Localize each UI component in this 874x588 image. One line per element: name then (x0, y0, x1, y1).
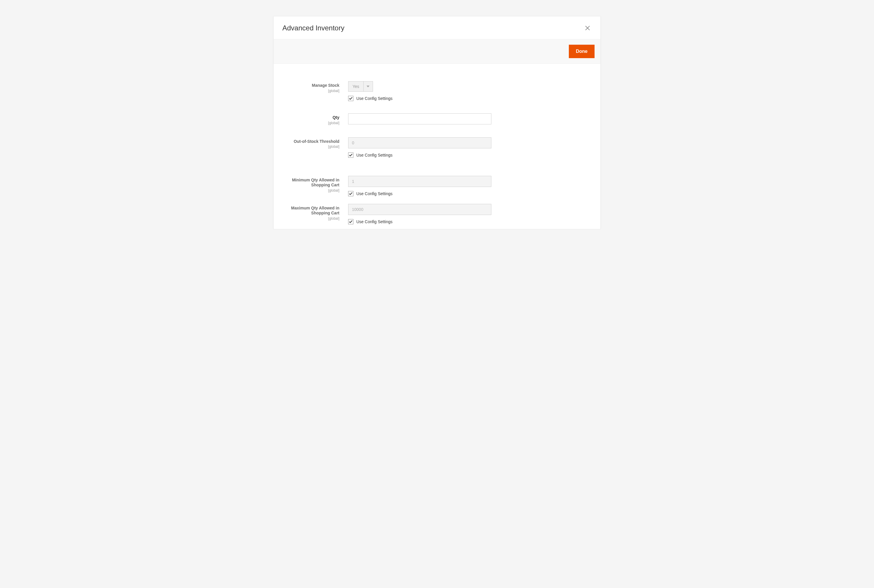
form-area: Manage Stock [global] Yes Use Con (274, 64, 600, 229)
check-icon (349, 192, 352, 195)
manage-stock-select[interactable]: Yes (348, 81, 373, 92)
max-qty-cart-input[interactable] (348, 204, 491, 215)
min-qty-cart-row: Minimum Qty Allowed in Shopping Cart [gl… (282, 176, 592, 196)
close-icon (585, 25, 590, 31)
advanced-inventory-modal: Advanced Inventory Done Manage Stock [gl… (273, 16, 601, 229)
manage-stock-use-config-checkbox[interactable] (348, 96, 354, 101)
scope-label: [global] (282, 121, 339, 125)
manage-stock-value: Yes (348, 81, 363, 92)
scope-label: [global] (282, 145, 339, 148)
qty-input[interactable] (348, 113, 491, 124)
out-of-stock-threshold-row: Out-of-Stock Threshold [global] Use Conf… (282, 137, 592, 158)
min-qty-cart-input[interactable] (348, 176, 491, 187)
use-config-label: Use Config Settings (357, 219, 393, 224)
use-config-label: Use Config Settings (357, 153, 393, 158)
check-icon (349, 154, 352, 157)
close-button[interactable] (584, 24, 592, 32)
use-config-label: Use Config Settings (357, 96, 393, 101)
svg-marker-2 (367, 86, 370, 87)
out-of-stock-threshold-label: Out-of-Stock Threshold (294, 139, 339, 144)
qty-row: Qty [global] (282, 113, 592, 125)
max-qty-cart-row: Maximum Qty Allowed in Shopping Cart [gl… (282, 204, 592, 224)
done-button[interactable]: Done (569, 45, 594, 58)
chevron-down-icon (363, 81, 373, 92)
modal-title: Advanced Inventory (282, 24, 344, 32)
out-of-stock-threshold-input[interactable] (348, 137, 491, 148)
qty-label: Qty (332, 115, 339, 120)
scope-label: [global] (282, 188, 339, 192)
scope-label: [global] (282, 216, 339, 220)
action-bar: Done (274, 39, 600, 64)
manage-stock-row: Manage Stock [global] Yes Use Con (282, 81, 592, 101)
max-qty-cart-label: Maximum Qty Allowed in Shopping Cart (291, 206, 339, 216)
check-icon (349, 97, 352, 100)
min-qty-cart-use-config-checkbox[interactable] (348, 191, 354, 196)
out-of-stock-threshold-use-config-checkbox[interactable] (348, 153, 354, 158)
check-icon (349, 220, 352, 223)
min-qty-cart-label: Minimum Qty Allowed in Shopping Cart (292, 178, 339, 188)
use-config-label: Use Config Settings (357, 191, 393, 196)
max-qty-cart-use-config-checkbox[interactable] (348, 219, 354, 224)
scope-label: [global] (282, 89, 339, 93)
manage-stock-label: Manage Stock (312, 83, 339, 88)
modal-header: Advanced Inventory (274, 16, 600, 39)
